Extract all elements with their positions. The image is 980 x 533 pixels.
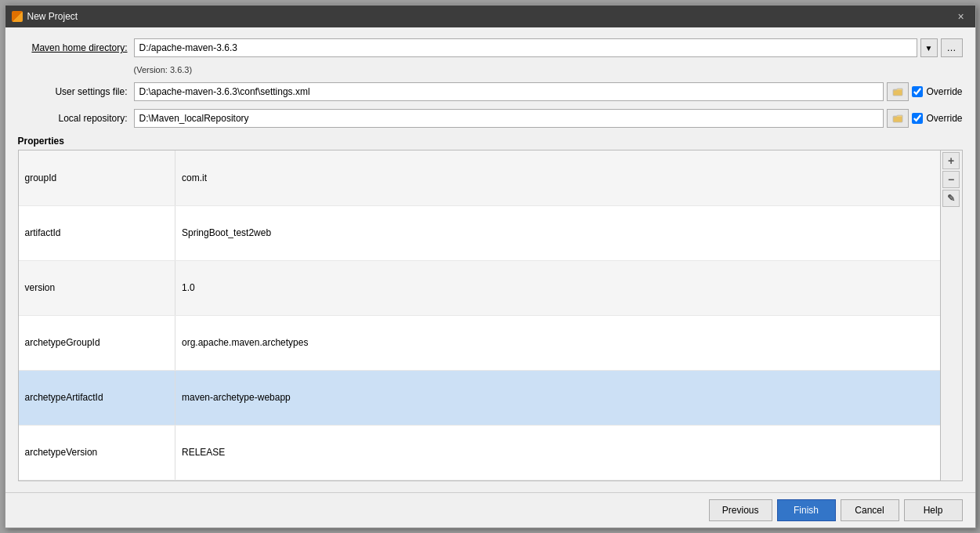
property-name: archetypeGroupId — [19, 315, 175, 370]
maven-home-row: Maven home directory: ▼ … — [18, 38, 963, 57]
table-row[interactable]: artifactIdSpringBoot_test2web — [19, 205, 940, 260]
user-settings-override-checkbox[interactable] — [912, 86, 923, 97]
table-row[interactable]: groupIdcom.it — [19, 150, 940, 205]
add-property-btn[interactable]: + — [942, 152, 960, 169]
user-settings-input-group: Override — [134, 82, 963, 101]
property-value: maven-archetype-webapp — [175, 370, 940, 425]
properties-table: groupIdcom.itartifactIdSpringBoot_test2w… — [19, 150, 940, 480]
user-settings-row: User settings file: Override — [18, 82, 963, 101]
table-row[interactable]: version1.0 — [19, 260, 940, 315]
property-value: org.apache.maven.archetypes — [175, 315, 940, 370]
maven-home-label: Maven home directory: — [18, 42, 128, 53]
folder-icon — [892, 86, 903, 97]
property-value: RELEASE — [175, 425, 940, 480]
previous-button[interactable]: Previous — [709, 499, 772, 521]
new-project-dialog: New Project × Maven home directory: ▼ … … — [5, 5, 976, 528]
remove-property-btn[interactable]: − — [942, 171, 960, 188]
user-settings-override-label[interactable]: Override — [912, 86, 962, 97]
local-repo-input[interactable] — [134, 109, 884, 128]
dialog-icon — [12, 11, 23, 22]
property-value: com.it — [175, 150, 940, 205]
table-row[interactable]: archetypeGroupIdorg.apache.maven.archety… — [19, 315, 940, 370]
properties-table-wrapper: groupIdcom.itartifactIdSpringBoot_test2w… — [18, 150, 963, 481]
dialog-footer: Previous Finish Cancel Help — [5, 492, 975, 528]
local-repo-browse-btn[interactable] — [887, 109, 909, 128]
finish-button[interactable]: Finish — [777, 499, 836, 521]
maven-home-input[interactable] — [134, 38, 917, 57]
property-value: 1.0 — [175, 260, 940, 315]
title-bar-left: New Project — [12, 11, 78, 22]
maven-version-hint: (Version: 3.6.3) — [134, 65, 963, 74]
property-name: version — [19, 260, 175, 315]
properties-section: Properties groupIdcom.itartifactIdSpring… — [18, 136, 963, 481]
maven-home-dropdown-btn[interactable]: ▼ — [920, 38, 938, 57]
local-repo-override-label[interactable]: Override — [912, 113, 962, 124]
table-row[interactable]: archetypeArtifactIdmaven-archetype-webap… — [19, 370, 940, 425]
property-value: SpringBoot_test2web — [175, 205, 940, 260]
folder-icon-2 — [892, 113, 903, 124]
property-name: archetypeArtifactId — [19, 370, 175, 425]
help-button[interactable]: Help — [904, 499, 963, 521]
dialog-content: Maven home directory: ▼ … (Version: 3.6.… — [5, 27, 975, 492]
property-name: groupId — [19, 150, 175, 205]
user-settings-input[interactable] — [134, 82, 884, 101]
local-repo-input-group: Override — [134, 109, 963, 128]
local-repo-label: Local repository: — [18, 113, 128, 124]
dialog-title: New Project — [27, 11, 78, 22]
close-button[interactable]: × — [953, 9, 969, 24]
edit-property-btn[interactable]: ✎ — [942, 190, 960, 207]
maven-home-input-group: ▼ … — [134, 38, 963, 57]
property-name: artifactId — [19, 205, 175, 260]
table-row[interactable]: archetypeVersionRELEASE — [19, 425, 940, 480]
user-settings-label: User settings file: — [18, 86, 128, 97]
property-name: archetypeVersion — [19, 425, 175, 480]
local-repo-row: Local repository: Override — [18, 109, 963, 128]
table-sidebar: + − ✎ — [940, 150, 962, 480]
maven-home-browse-btn[interactable]: … — [941, 38, 963, 57]
local-repo-override-checkbox[interactable] — [912, 113, 923, 124]
title-bar: New Project × — [5, 5, 975, 27]
cancel-button[interactable]: Cancel — [841, 499, 899, 521]
properties-label: Properties — [18, 136, 963, 147]
user-settings-browse-btn[interactable] — [887, 82, 909, 101]
